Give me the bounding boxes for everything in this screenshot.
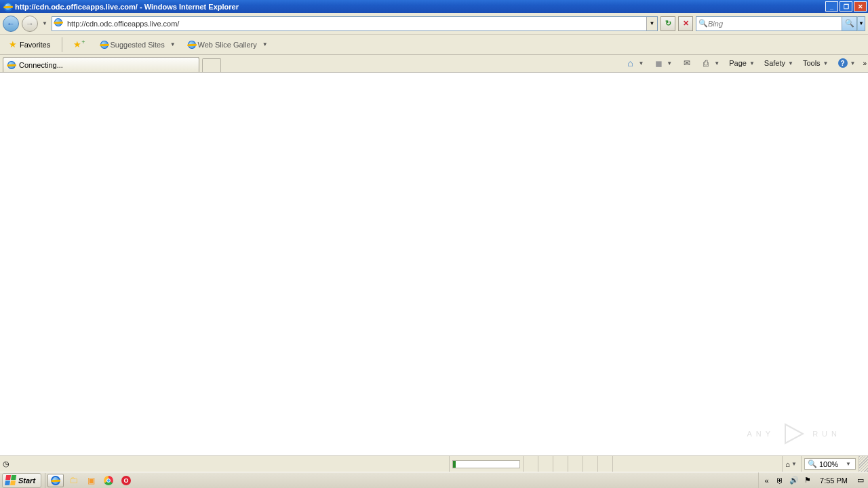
taskbar-opera[interactable]: O bbox=[118, 474, 134, 487]
separator bbox=[62, 37, 62, 52]
media-icon: ▣ bbox=[87, 476, 95, 485]
nav-history-dropdown[interactable]: ▼ bbox=[41, 20, 49, 26]
print-button[interactable]: ⎙▼ bbox=[698, 56, 723, 70]
status-cell bbox=[523, 456, 538, 472]
home-button[interactable]: ⌂▼ bbox=[623, 56, 647, 70]
watermark-left: ANY bbox=[747, 430, 775, 438]
status-icon: ◷ bbox=[0, 456, 12, 472]
url-input[interactable] bbox=[67, 18, 646, 30]
minimize-button[interactable]: _ bbox=[825, 1, 838, 12]
taskbar: Start 🗀 ▣ O « ⛨ 🔊 ⚑ 7:55 PM ▭ bbox=[0, 472, 868, 488]
search-button[interactable]: 🔍 bbox=[842, 16, 857, 31]
chrome-icon bbox=[104, 476, 113, 485]
rss-icon: ◼ bbox=[653, 58, 664, 68]
status-cell bbox=[583, 456, 597, 472]
web-slice-link[interactable]: Web Slice Gallery ▼ bbox=[185, 39, 272, 50]
folder-icon: 🗀 bbox=[69, 475, 78, 485]
watermark: ANY RUN bbox=[747, 420, 841, 447]
read-mail-button[interactable]: ✉ bbox=[679, 56, 694, 70]
page-icon bbox=[54, 18, 65, 29]
page-menu[interactable]: Page▼ bbox=[727, 58, 758, 68]
zoom-icon: 🔍 bbox=[808, 460, 817, 468]
favorites-label: Favorites bbox=[20, 41, 50, 49]
star-icon: ★ bbox=[9, 39, 17, 49]
feeds-button[interactable]: ◼▼ bbox=[651, 56, 675, 70]
clock[interactable]: 7:55 PM bbox=[816, 476, 852, 485]
close-button[interactable]: ✕ bbox=[854, 1, 867, 12]
search-bar: 🔍 🔍 ▼ bbox=[696, 16, 865, 31]
loading-icon bbox=[7, 60, 16, 70]
window-title: http://cdn.odc.officeapps.live.com/ - Wi… bbox=[15, 3, 824, 11]
address-dropdown[interactable]: ▼ bbox=[646, 17, 657, 30]
add-favorites-button[interactable]: ★+ bbox=[69, 37, 92, 52]
progress-segment bbox=[449, 456, 523, 472]
stop-button[interactable]: ✕ bbox=[678, 16, 693, 31]
search-input[interactable] bbox=[708, 20, 840, 28]
security-zone[interactable] bbox=[612, 456, 782, 472]
web-slice-label: Web Slice Gallery bbox=[198, 41, 257, 49]
shield-icon: ⌂ bbox=[785, 460, 790, 468]
start-button[interactable]: Start bbox=[2, 473, 41, 488]
star-icon: ★ bbox=[73, 39, 81, 49]
separator bbox=[45, 473, 45, 488]
tray-expand[interactable]: « bbox=[762, 475, 772, 485]
home-icon: ⌂ bbox=[625, 58, 635, 68]
new-tab-button[interactable] bbox=[202, 58, 221, 72]
help-button[interactable]: ?▼ bbox=[836, 57, 859, 69]
back-button[interactable]: ← bbox=[3, 16, 19, 32]
tray-network-icon[interactable]: ⚑ bbox=[802, 475, 812, 485]
maximize-button[interactable]: ❐ bbox=[840, 1, 852, 12]
svg-marker-0 bbox=[785, 424, 803, 443]
zoom-value: 100% bbox=[819, 460, 838, 468]
ie-icon bbox=[100, 40, 109, 49]
suggested-sites-link[interactable]: Suggested Sites ▼ bbox=[98, 39, 180, 50]
protected-mode[interactable]: ⌂▼ bbox=[782, 456, 801, 472]
progress-bar bbox=[452, 460, 520, 468]
tray-security-icon[interactable]: ⛨ bbox=[775, 475, 785, 485]
chevron-down-icon: ▼ bbox=[261, 41, 269, 47]
search-icon: 🔍 bbox=[698, 19, 708, 28]
tab-bar: Connecting... ⌂▼ ◼▼ ✉ ⎙▼ Page▼ Safety▼ T… bbox=[0, 55, 868, 73]
plus-icon: + bbox=[81, 39, 85, 45]
chevron-down-icon: ▼ bbox=[169, 41, 177, 47]
status-cell bbox=[538, 456, 553, 472]
opera-icon: O bbox=[121, 476, 131, 485]
help-icon: ? bbox=[838, 58, 848, 68]
favorites-button[interactable]: ★ Favorites bbox=[4, 37, 55, 52]
window-titlebar: http://cdn.odc.officeapps.live.com/ - Wi… bbox=[0, 0, 868, 13]
status-cell bbox=[553, 456, 568, 472]
watermark-right: RUN bbox=[812, 430, 841, 438]
tab-title: Connecting... bbox=[19, 61, 63, 69]
taskbar-media[interactable]: ▣ bbox=[83, 474, 99, 487]
status-cell bbox=[568, 456, 583, 472]
print-icon: ⎙ bbox=[701, 58, 711, 68]
windows-icon bbox=[5, 475, 17, 486]
tools-menu[interactable]: Tools▼ bbox=[801, 58, 832, 68]
play-icon bbox=[780, 420, 807, 447]
search-provider-dropdown[interactable]: ▼ bbox=[857, 16, 865, 31]
address-bar[interactable]: ▼ bbox=[52, 16, 658, 31]
mail-icon: ✉ bbox=[682, 58, 692, 68]
ie-icon bbox=[3, 2, 13, 12]
start-label: Start bbox=[18, 476, 35, 485]
forward-button[interactable]: → bbox=[22, 16, 38, 32]
favorites-toolbar: ★ Favorites ★+ Suggested Sites ▼ Web Sli… bbox=[0, 35, 868, 55]
safety-menu[interactable]: Safety▼ bbox=[762, 58, 797, 68]
resize-grip[interactable] bbox=[859, 456, 868, 472]
show-desktop[interactable]: ▭ bbox=[855, 475, 865, 485]
taskbar-chrome[interactable] bbox=[100, 474, 117, 487]
ie-icon bbox=[50, 474, 61, 485]
browser-tab[interactable]: Connecting... bbox=[3, 57, 199, 72]
suggested-sites-label: Suggested Sites bbox=[111, 41, 165, 49]
zoom-control[interactable]: 🔍100%▼ bbox=[801, 456, 859, 472]
system-tray: « ⛨ 🔊 ⚑ 7:55 PM ▭ bbox=[758, 472, 868, 488]
ie-icon bbox=[187, 40, 197, 49]
taskbar-ie[interactable] bbox=[47, 474, 64, 487]
overflow-button[interactable]: » bbox=[863, 60, 865, 67]
status-cell bbox=[597, 456, 612, 472]
refresh-button[interactable]: ↻ bbox=[660, 16, 675, 31]
command-bar: ⌂▼ ◼▼ ✉ ⎙▼ Page▼ Safety▼ Tools▼ ?▼ » bbox=[623, 56, 865, 72]
taskbar-explorer[interactable]: 🗀 bbox=[65, 474, 81, 487]
tray-volume-icon[interactable]: 🔊 bbox=[789, 475, 799, 485]
page-content bbox=[0, 73, 868, 455]
